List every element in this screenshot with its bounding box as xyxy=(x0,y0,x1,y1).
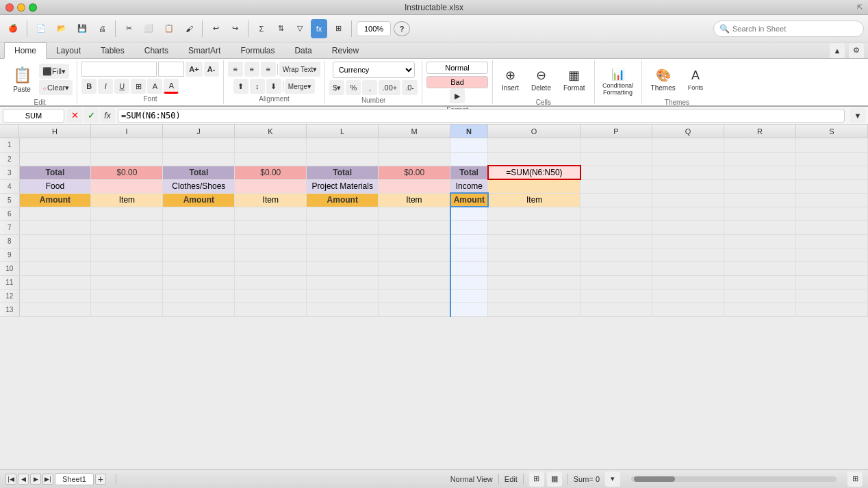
align-right-btn[interactable]: ≡ xyxy=(261,62,276,77)
cell-h1[interactable] xyxy=(19,138,91,152)
cell-l3[interactable]: Total xyxy=(307,166,379,179)
wrap-text-btn[interactable]: Wrap Text▾ xyxy=(279,62,321,77)
cell-r4[interactable] xyxy=(724,179,796,193)
cell-p4[interactable] xyxy=(580,179,652,193)
tab-charts[interactable]: Charts xyxy=(135,42,179,58)
dec-dec-btn[interactable]: .0- xyxy=(402,80,418,95)
underline-btn[interactable]: U xyxy=(114,79,129,94)
cell-r5[interactable] xyxy=(724,193,796,207)
formula-cancel-btn[interactable]: ✕ xyxy=(67,108,82,123)
cell-i3[interactable]: $0.00 xyxy=(91,166,163,179)
align-center-btn[interactable]: ≡ xyxy=(244,62,259,77)
toolbar-gallery-btn[interactable]: ⊞ xyxy=(330,19,346,38)
merge-btn[interactable]: Merge▾ xyxy=(285,79,315,94)
col-header-l[interactable]: L xyxy=(307,125,379,138)
cell-i1[interactable] xyxy=(91,138,163,152)
percent-btn[interactable]: % xyxy=(346,80,361,95)
sheet-nav-prev[interactable]: ◀ xyxy=(18,474,29,485)
cell-i4[interactable] xyxy=(91,179,163,193)
col-header-j[interactable]: J xyxy=(163,125,235,138)
cell-r3[interactable] xyxy=(724,166,796,179)
h-scrollbar[interactable] xyxy=(631,476,837,482)
cell-j3[interactable]: Total xyxy=(163,166,235,179)
tab-tables[interactable]: Tables xyxy=(91,42,135,58)
font-size-inc-btn[interactable]: A+ xyxy=(186,62,202,77)
cell-m2[interactable] xyxy=(379,152,450,166)
font-size-input[interactable]: 12 xyxy=(158,62,184,77)
cell-i5[interactable]: Item xyxy=(91,193,163,207)
toolbar-copy-btn[interactable]: ⬜ xyxy=(140,19,157,38)
sheet-nav-last[interactable]: ▶| xyxy=(42,474,53,485)
cell-h2[interactable] xyxy=(19,152,91,166)
fill-btn[interactable]: ⬛ Fill ▾ xyxy=(39,64,69,79)
maximize-btn[interactable] xyxy=(29,3,37,12)
cell-q2[interactable] xyxy=(652,152,724,166)
toolbar-sort-btn[interactable]: ⇅ xyxy=(272,19,289,38)
border-btn[interactable]: ⊞ xyxy=(131,79,146,94)
cell-n6[interactable] xyxy=(450,207,488,220)
cell-m6[interactable] xyxy=(379,207,450,220)
theme-fonts-btn[interactable]: A Fonts xyxy=(683,62,709,97)
normal-view-btn[interactable]: ⊞ xyxy=(529,472,544,487)
cell-r2[interactable] xyxy=(724,152,796,166)
sheet-tab-1[interactable]: Sheet1 xyxy=(55,473,94,485)
tab-review[interactable]: Review xyxy=(322,42,369,58)
conditional-formatting-btn[interactable]: 📊 ConditionalFormatting xyxy=(599,64,637,99)
sheet-nav-first[interactable]: |◀ xyxy=(5,474,16,485)
formula-confirm-btn[interactable]: ✓ xyxy=(84,108,99,123)
cell-h4[interactable]: Food xyxy=(19,179,91,193)
cell-q1[interactable] xyxy=(652,138,724,152)
cell-k5[interactable]: Item xyxy=(235,193,307,207)
close-btn[interactable] xyxy=(5,3,14,12)
cell-l5[interactable]: Amount xyxy=(307,193,379,207)
sum-dropdown-btn[interactable]: ▾ xyxy=(605,472,620,487)
col-header-q[interactable]: Q xyxy=(652,125,724,138)
grid-scroll[interactable]: 1 2 xyxy=(0,138,868,469)
col-header-h[interactable]: H xyxy=(19,125,91,138)
font-family-input[interactable]: Cambria xyxy=(81,62,157,77)
cell-o6[interactable] xyxy=(488,207,580,220)
zoom-input[interactable]: 100% xyxy=(357,21,391,36)
toolbar-save-btn[interactable]: 💾 xyxy=(73,19,91,38)
italic-btn[interactable]: I xyxy=(98,79,113,94)
cell-s5[interactable] xyxy=(796,193,868,207)
cell-k3[interactable]: $0.00 xyxy=(235,166,307,179)
cell-i6[interactable] xyxy=(91,207,163,220)
highlight-btn[interactable]: A xyxy=(147,79,162,94)
cell-j4[interactable]: Clothes/Shoes xyxy=(163,179,235,193)
formula-expand-btn[interactable]: ▼ xyxy=(850,108,865,123)
valign-bot-btn[interactable]: ⬇ xyxy=(266,79,281,94)
cell-h3[interactable]: Total xyxy=(19,166,91,179)
cell-l6[interactable] xyxy=(307,207,379,220)
ribbon-collapse-btn[interactable]: ▲ xyxy=(830,43,845,58)
toolbar-new-btn[interactable]: 📄 xyxy=(32,19,50,38)
tab-home[interactable]: Home xyxy=(4,42,47,59)
cell-k6[interactable] xyxy=(235,207,307,220)
font-color-btn[interactable]: A xyxy=(164,79,179,94)
cell-q3[interactable] xyxy=(652,166,724,179)
toolbar-print-btn[interactable]: 🖨 xyxy=(94,19,110,38)
currency-btn[interactable]: $▾ xyxy=(329,80,344,95)
cell-s4[interactable] xyxy=(796,179,868,193)
cell-s2[interactable] xyxy=(796,152,868,166)
cell-h6[interactable] xyxy=(19,207,91,220)
add-sheet-btn[interactable]: + xyxy=(95,474,106,485)
clear-btn[interactable]: ⬦ Clear ▾ xyxy=(39,80,73,95)
cell-k2[interactable] xyxy=(235,152,307,166)
cell-m3[interactable]: $0.00 xyxy=(379,166,450,179)
format-cells-btn[interactable]: ▦ Format xyxy=(559,62,590,97)
cell-m4[interactable] xyxy=(379,179,450,193)
format-expand-btn[interactable]: ▶ xyxy=(450,88,465,103)
cell-n4[interactable]: Income xyxy=(450,179,488,193)
tab-layout[interactable]: Layout xyxy=(47,42,91,58)
cell-i2[interactable] xyxy=(91,152,163,166)
font-size-dec-btn[interactable]: A- xyxy=(204,62,219,77)
cell-n5[interactable]: Amount xyxy=(450,193,488,207)
bold-btn[interactable]: B xyxy=(81,79,97,94)
tab-formulas[interactable]: Formulas xyxy=(231,42,285,58)
expand-btn[interactable]: ⊞ xyxy=(847,472,863,487)
normal-style-btn[interactable]: Normal xyxy=(426,62,488,74)
comma-btn[interactable]: , xyxy=(362,80,377,95)
cell-l1[interactable] xyxy=(307,138,379,152)
cell-s6[interactable] xyxy=(796,207,868,220)
